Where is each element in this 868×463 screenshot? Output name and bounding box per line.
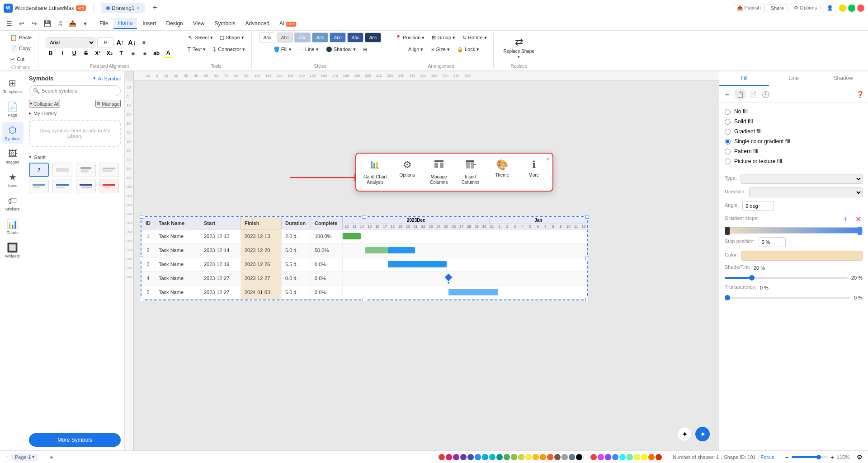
ft-manage-columns[interactable]: ManageColumns bbox=[428, 159, 450, 185]
list-btn[interactable]: ≡ bbox=[128, 48, 138, 58]
file-tab[interactable]: Drawing1 × bbox=[101, 3, 145, 13]
sidebar-item-symbols[interactable]: ⬡ Symbols bbox=[2, 122, 24, 144]
angle-input[interactable] bbox=[742, 201, 774, 211]
cp-orange[interactable] bbox=[540, 454, 546, 460]
color-btn[interactable]: A bbox=[163, 48, 173, 58]
manage-btn[interactable]: ⚙ Manage bbox=[95, 100, 121, 108]
ft-more[interactable]: ℹ More bbox=[523, 159, 545, 178]
style-swatch-6[interactable]: Abc bbox=[347, 33, 363, 42]
cp-light-blue[interactable] bbox=[482, 454, 488, 460]
cp-blue2[interactable] bbox=[612, 454, 618, 460]
font-family-select[interactable]: Arial bbox=[46, 37, 95, 47]
style-swatch-5[interactable]: Abc bbox=[330, 33, 346, 42]
publish-btn[interactable]: 📤 Replace ShapePublish bbox=[733, 4, 765, 12]
gantt-section-header[interactable]: ▾ Gantt bbox=[29, 154, 121, 160]
cp-deep-orange[interactable] bbox=[547, 454, 553, 460]
search-input[interactable] bbox=[42, 88, 117, 94]
cp-yellow2[interactable] bbox=[641, 454, 647, 460]
ft-gantt-analysis[interactable]: Gantt ChartAnalysis bbox=[363, 159, 387, 185]
rp-nav-history[interactable]: 🕐 bbox=[759, 88, 772, 101]
cp-purple2[interactable] bbox=[598, 454, 604, 460]
style-swatch-2[interactable]: Abc bbox=[277, 33, 293, 42]
grid-btn[interactable]: ✦ bbox=[677, 427, 692, 441]
style-swatch-4[interactable]: Abc bbox=[312, 33, 328, 42]
user-avatar[interactable]: 👤 bbox=[823, 4, 837, 12]
new-tab-button[interactable]: + bbox=[149, 2, 161, 14]
menu-ai[interactable]: AI HOT bbox=[275, 19, 301, 28]
color-picker[interactable] bbox=[741, 251, 863, 261]
remove-stop-btn[interactable]: ✕ bbox=[854, 215, 863, 224]
sidebar-item-icons[interactable]: ★ Icons bbox=[2, 169, 24, 191]
selection-handle-r[interactable] bbox=[585, 257, 589, 260]
tab-fill[interactable]: Fill bbox=[719, 71, 769, 86]
cp-cyan[interactable] bbox=[489, 454, 495, 460]
zoom-out-btn[interactable]: − bbox=[785, 454, 788, 461]
selection-handle-l[interactable] bbox=[140, 257, 143, 260]
connector-dropdown-btn[interactable]: ⤵ Connector ▾ bbox=[210, 44, 248, 54]
collapse-all-btn[interactable]: ▾ Collapse All bbox=[29, 100, 60, 108]
zoom-in-btn[interactable]: + bbox=[830, 454, 834, 461]
rp-nav-page[interactable]: 📄 bbox=[746, 88, 759, 101]
save-btn[interactable]: 💾 bbox=[42, 18, 52, 29]
style-swatch-7[interactable]: Abc bbox=[365, 33, 381, 42]
my-library-header[interactable]: ▸ My Library bbox=[29, 110, 121, 116]
rp-nav-help[interactable]: ❓ bbox=[854, 88, 866, 101]
cp-orange2[interactable] bbox=[648, 454, 655, 460]
ai-symbol-btn[interactable]: ✦ AI Symbol bbox=[92, 75, 121, 81]
style-swatch-1[interactable]: Abc bbox=[259, 33, 275, 42]
selection-handle-tl[interactable] bbox=[140, 215, 143, 219]
position-btn[interactable]: 📍 Position ▾ bbox=[392, 33, 427, 42]
rp-nav-fill[interactable]: 📋 bbox=[734, 88, 746, 101]
undo-btn[interactable]: ↩ bbox=[16, 18, 27, 29]
sidebar-item-charts[interactable]: 📊 Charts bbox=[2, 216, 24, 238]
text-btn[interactable]: T bbox=[116, 48, 126, 58]
rp-nav-back[interactable]: ← bbox=[721, 88, 734, 101]
menu-insert[interactable]: Insert bbox=[138, 19, 160, 28]
replace-shape-btn[interactable]: ⇄ Replace Shape ▾ bbox=[501, 35, 537, 61]
copy-btn[interactable]: 📄 Copy bbox=[7, 43, 34, 53]
paste-btn[interactable]: 📋 Paste bbox=[7, 33, 34, 42]
picture-fill-radio[interactable] bbox=[725, 159, 731, 164]
underline-btn[interactable]: U bbox=[69, 48, 79, 58]
share-btn[interactable]: Share bbox=[767, 4, 788, 12]
group-btn[interactable]: ⊞ Group ▾ bbox=[429, 33, 458, 42]
stop-handle-right[interactable] bbox=[858, 227, 862, 235]
menu-home[interactable]: Home bbox=[113, 18, 137, 29]
close-tab-icon[interactable]: × bbox=[137, 5, 140, 11]
shade-tint-track[interactable] bbox=[725, 277, 848, 279]
zoom-slider[interactable] bbox=[792, 456, 828, 458]
cp-yellow[interactable] bbox=[525, 454, 532, 460]
selection-handle-tr[interactable] bbox=[585, 215, 589, 219]
menu-advanced[interactable]: Advanced bbox=[241, 19, 274, 28]
gantt-icon-8[interactable] bbox=[99, 179, 119, 193]
selection-handle-b[interactable] bbox=[363, 298, 366, 301]
style-swatch-3[interactable]: Abc bbox=[294, 33, 311, 42]
selection-handle-br[interactable] bbox=[585, 298, 589, 301]
export-btn[interactable]: 📤 bbox=[67, 18, 78, 29]
gantt-icon-1[interactable]: ? bbox=[29, 163, 49, 177]
cp-green[interactable] bbox=[504, 454, 510, 460]
cp-light-green[interactable] bbox=[511, 454, 517, 460]
sidebar-collapse-btn[interactable]: ☰ bbox=[4, 18, 14, 29]
gradient-bar[interactable] bbox=[725, 227, 863, 234]
tab-shadow[interactable]: Shadow bbox=[818, 71, 868, 86]
solid-fill-radio[interactable] bbox=[725, 119, 731, 125]
size-btn[interactable]: ⊡ Size ▾ bbox=[428, 44, 453, 54]
transparency-thumb[interactable] bbox=[725, 295, 730, 300]
bold-btn[interactable]: B bbox=[46, 48, 56, 58]
align-btn[interactable]: ≡ bbox=[139, 37, 149, 47]
ft-options[interactable]: ⚙ Options bbox=[396, 159, 419, 178]
cp-purple[interactable] bbox=[453, 454, 459, 460]
cp-indigo[interactable] bbox=[467, 454, 474, 460]
fill-option-picture[interactable]: Picture or texture fill bbox=[725, 158, 863, 164]
subscript-btn[interactable]: X₂ bbox=[104, 48, 114, 58]
minimize-btn[interactable] bbox=[839, 5, 846, 12]
direction-select[interactable] bbox=[749, 187, 863, 197]
cp-pink[interactable] bbox=[446, 454, 452, 460]
gantt-icon-6[interactable] bbox=[52, 179, 72, 193]
menu-design[interactable]: Design bbox=[161, 19, 187, 28]
floating-toolbar-close[interactable]: × bbox=[546, 155, 550, 163]
gradient-fill-radio[interactable] bbox=[725, 129, 731, 135]
cp-red3[interactable] bbox=[656, 454, 662, 460]
styles-expand-btn[interactable]: ⊞ bbox=[360, 44, 370, 54]
